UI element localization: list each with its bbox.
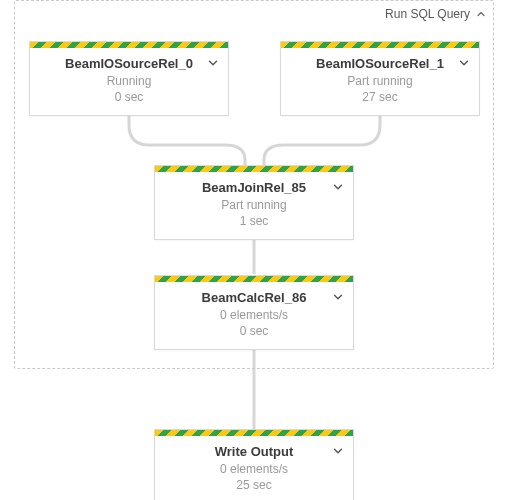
node-timing: 1 sec [165,213,343,229]
chevron-down-icon [331,180,345,194]
node-status: 0 elements/s [165,461,343,477]
node-timing: 27 sec [291,89,469,105]
chevron-down-icon [457,56,471,70]
expand-node-button[interactable] [204,54,222,72]
node-status: Part running [165,197,343,213]
node-status: 0 elements/s [165,307,343,323]
pipeline-canvas: Run SQL Query BeamIOSourceRel_0 Running … [0,0,506,500]
node-title: BeamIOSourceRel_0 [40,56,218,71]
expand-node-button[interactable] [329,178,347,196]
node-title: BeamJoinRel_85 [165,180,343,195]
chevron-down-icon [206,56,220,70]
node-status: Part running [291,73,469,89]
node-status: Running [40,73,218,89]
expand-node-button[interactable] [455,54,473,72]
chevron-down-icon [331,444,345,458]
expand-node-button[interactable] [329,442,347,460]
node-write-output[interactable]: Write Output 0 elements/s 25 sec [154,429,354,500]
chevron-down-icon [331,290,345,304]
node-beam-io-source-rel-1[interactable]: BeamIOSourceRel_1 Part running 27 sec [280,41,480,116]
node-timing: 25 sec [165,477,343,493]
node-beam-calc-rel-86[interactable]: BeamCalcRel_86 0 elements/s 0 sec [154,275,354,350]
group-label: Run SQL Query [385,7,470,21]
node-title: BeamIOSourceRel_1 [291,56,469,71]
node-title: Write Output [165,444,343,459]
node-timing: 0 sec [165,323,343,339]
group-header[interactable]: Run SQL Query [385,7,487,21]
node-beam-join-rel-85[interactable]: BeamJoinRel_85 Part running 1 sec [154,165,354,240]
chevron-up-icon [475,8,487,20]
node-beam-io-source-rel-0[interactable]: BeamIOSourceRel_0 Running 0 sec [29,41,229,116]
node-timing: 0 sec [40,89,218,105]
expand-node-button[interactable] [329,288,347,306]
node-title: BeamCalcRel_86 [165,290,343,305]
